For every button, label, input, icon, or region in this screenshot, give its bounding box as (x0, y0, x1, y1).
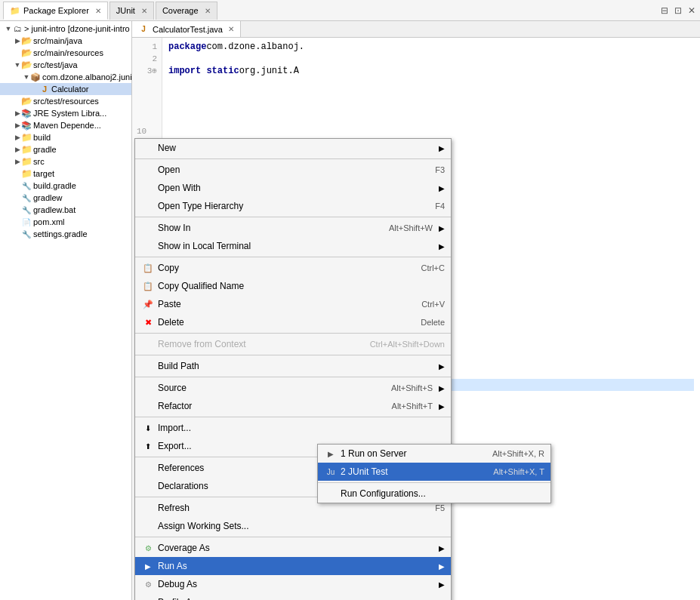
references-icon (141, 461, 155, 475)
debug-as-arrow: ▶ (439, 580, 445, 589)
copy-shortcut: Ctrl+C (406, 263, 445, 272)
junit-test-icon: Ju (324, 465, 338, 478)
submenu-sep-1 (318, 482, 550, 483)
submenu-item-run-configurations[interactable]: Run Configurations... (318, 485, 550, 503)
menu-item-open-with[interactable]: Open With ▶ (135, 179, 451, 197)
menu-new-label: New (158, 143, 433, 153)
tab-package-explorer[interactable]: 📁 Package Explorer ✕ (3, 2, 108, 20)
build-path-arrow: ▶ (439, 362, 445, 371)
show-in-icon (141, 221, 155, 235)
menu-item-assign-working-sets[interactable]: Assign Working Sets... (135, 517, 451, 535)
menu-item-copy[interactable]: 📋 Copy Ctrl+C (135, 259, 451, 277)
menu-run-as-label: Run As (158, 561, 433, 571)
minimize-btn[interactable]: ⊟ (659, 4, 670, 17)
copy-icon: 📋 (141, 261, 155, 275)
menu-sep-1 (135, 158, 451, 159)
coverage-icon: ⚙ (141, 541, 155, 555)
menu-delete-label: Delete (158, 317, 406, 328)
assign-icon (141, 519, 155, 533)
paste-shortcut: Ctrl+V (406, 300, 445, 309)
menu-item-coverage-as[interactable]: ⚙ Coverage As ▶ (135, 539, 451, 557)
menu-sep-6 (135, 377, 451, 377)
menu-assign-label: Assign Working Sets... (158, 521, 445, 531)
show-in-arrow: ▶ (439, 224, 445, 232)
tab-junit[interactable]: JUnit ✕ (109, 2, 154, 20)
source-shortcut: Alt+Shift+S (376, 383, 433, 392)
delete-icon: ✖ (141, 315, 155, 329)
copy-qualified-icon: 📋 (141, 279, 155, 293)
menu-item-copy-qualified[interactable]: 📋 Copy Qualified Name (135, 277, 451, 295)
menu-sep-3 (135, 257, 451, 257)
open-type-hierarchy-shortcut: F4 (420, 202, 445, 211)
submenu-junit-test-label: 2 JUnit Test (341, 466, 478, 477)
open-with-arrow: ▶ (439, 184, 445, 192)
main-tab-bar: 📁 Package Explorer ✕ JUnit ✕ Coverage ✕ … (0, 0, 700, 21)
build-path-icon (141, 359, 155, 373)
remove-context-shortcut: Ctrl+Alt+Shift+Down (355, 340, 445, 349)
menu-build-path-label: Build Path (158, 361, 433, 371)
submenu-run-configurations-label: Run Configurations... (341, 488, 544, 499)
refactor-icon (141, 399, 155, 413)
tab-package-explorer-close[interactable]: ✕ (95, 7, 101, 15)
show-in-shortcut: Alt+Shift+W (374, 223, 433, 232)
menu-copy-label: Copy (158, 263, 406, 273)
menu-item-delete[interactable]: ✖ Delete Delete (135, 313, 451, 331)
menu-remove-context-label: Remove from Context (158, 339, 355, 349)
open-icon (141, 163, 155, 177)
maximize-btn[interactable]: ⊡ (673, 4, 683, 17)
run-on-server-icon: ▶ (324, 447, 338, 460)
submenu-item-junit-test[interactable]: Ju 2 JUnit Test Alt+Shift+X, T (318, 463, 550, 481)
submenu-item-run-on-server[interactable]: ▶ 1 Run on Server Alt+Shift+X, R (318, 445, 550, 463)
menu-item-import[interactable]: ⬇ Import... (135, 419, 451, 437)
menu-item-paste[interactable]: 📌 Paste Ctrl+V (135, 295, 451, 313)
source-arrow: ▶ (439, 384, 445, 392)
menu-coverage-as-label: Coverage As (158, 543, 433, 553)
menu-copy-qualified-label: Copy Qualified Name (158, 281, 445, 291)
tab-bar-actions: ⊟ ⊡ ✕ (659, 4, 697, 17)
refresh-icon (141, 501, 155, 515)
import-icon: ⬇ (141, 421, 155, 435)
menu-profile-as-label: Profile As (158, 597, 433, 600)
show-local-terminal-icon (141, 239, 155, 253)
remove-context-icon (141, 337, 155, 351)
menu-item-source[interactable]: Source Alt+Shift+S ▶ (135, 379, 451, 397)
menu-sep-4 (135, 333, 451, 334)
tab-coverage-label: Coverage (162, 6, 199, 15)
menu-item-open-type-hierarchy[interactable]: Open Type Hierarchy F4 (135, 197, 451, 215)
refresh-shortcut: F5 (420, 503, 445, 512)
context-menu-overlay: New ▶ Open F3 Open With ▶ (0, 21, 700, 600)
menu-item-new[interactable]: New ▶ (135, 139, 451, 157)
close-btn[interactable]: ✕ (686, 4, 697, 17)
refactor-shortcut: Alt+Shift+T (377, 402, 433, 411)
menu-open-type-hierarchy-label: Open Type Hierarchy (158, 201, 420, 211)
delete-shortcut: Delete (406, 318, 445, 327)
show-local-terminal-arrow: ▶ (439, 242, 445, 251)
menu-item-open[interactable]: Open F3 (135, 161, 451, 179)
run-configurations-icon (324, 487, 338, 500)
menu-sep-10 (135, 537, 451, 537)
menu-item-debug-as[interactable]: ⚙ Debug As ▶ (135, 575, 451, 593)
menu-item-show-in[interactable]: Show In Alt+Shift+W ▶ (135, 219, 451, 237)
tab-coverage[interactable]: Coverage ✕ (156, 2, 217, 20)
menu-item-show-local-terminal[interactable]: Show in Local Terminal ▶ (135, 237, 451, 255)
menu-paste-label: Paste (158, 299, 406, 309)
menu-refactor-label: Refactor (158, 401, 377, 411)
menu-item-profile-as[interactable]: Profile As ▶ (135, 593, 451, 600)
tab-junit-label: JUnit (116, 6, 135, 15)
menu-sep-5 (135, 355, 451, 355)
coverage-as-arrow: ▶ (439, 544, 445, 552)
tab-coverage-close[interactable]: ✕ (205, 7, 211, 15)
source-icon (141, 381, 155, 395)
menu-show-local-terminal-label: Show in Local Terminal (158, 241, 433, 251)
menu-item-refactor[interactable]: Refactor Alt+Shift+T ▶ (135, 397, 451, 415)
package-explorer-icon: 📁 (10, 5, 20, 16)
menu-import-label: Import... (158, 423, 445, 433)
open-with-icon (141, 181, 155, 195)
new-arrow: ▶ (439, 144, 445, 152)
menu-item-run-as[interactable]: ▶ Run As ▶ (135, 557, 451, 575)
menu-sep-2 (135, 217, 451, 217)
menu-item-build-path[interactable]: Build Path ▶ (135, 357, 451, 375)
run-as-arrow: ▶ (439, 562, 445, 571)
tab-junit-close[interactable]: ✕ (141, 7, 147, 15)
declarations-icon (141, 479, 155, 493)
